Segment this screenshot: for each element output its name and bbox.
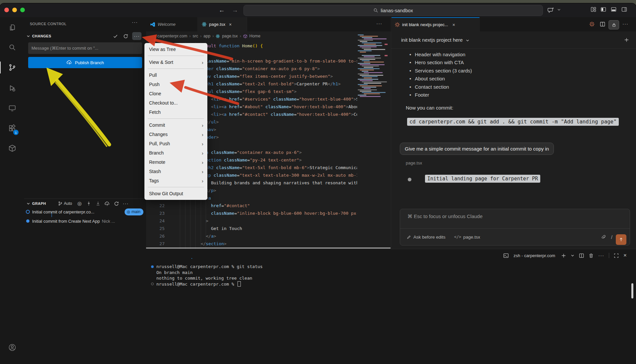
settings-gear-button[interactable]: 1 [0,360,24,364]
menu-item[interactable] [148,56,204,56]
breadcrumb-item[interactable]: carpenterpr.com [157,34,187,38]
maximize-panel-icon[interactable] [614,253,619,258]
publish-branch-button[interactable]: Publish Branch [28,57,142,68]
target-icon[interactable]: ◎ [77,201,81,206]
sidebar-item-source-control[interactable] [0,60,24,75]
sidebar-item-explorer[interactable] [0,20,24,35]
breadcrumb[interactable]: carpenterpr.com› src› app› page.tsx› Hom… [157,31,260,41]
panel-tab[interactable] [156,252,156,259]
account-button[interactable] [0,340,24,355]
tab-page-tsx[interactable]: page.tsx × [198,17,247,31]
context-file-chip[interactable]: page.tsx [463,235,480,240]
menu-item[interactable]: Commit › [144,120,207,130]
slash-command-icon[interactable]: / [611,234,612,240]
panel-more-actions-icon[interactable]: ··· [598,254,604,257]
forward-icon[interactable]: → [232,6,238,15]
breadcrumb-item[interactable]: app [203,34,210,38]
claude-prompt-input[interactable] [407,213,613,219]
chevron-down-icon[interactable] [557,8,561,12]
menu-item[interactable]: Push › [144,80,207,89]
toggle-primary-sidebar-icon[interactable] [601,7,606,12]
menu-item[interactable]: Stash › [144,167,207,176]
tab-claude-session[interactable]: init blank nextjs projec... × [392,17,480,31]
close-panel-icon[interactable]: × [623,252,627,259]
chevron-down-icon[interactable] [466,39,469,42]
new-terminal-plus-icon[interactable] [561,253,566,258]
split-editor-icon[interactable] [600,22,605,27]
menu-item[interactable]: View as Tree › [144,45,207,54]
terminal-scrollbar[interactable] [631,283,633,298]
branch-icon[interactable] [58,201,63,206]
session-title[interactable]: init blank nextjs project here [401,37,463,43]
traffic-light-minimize[interactable] [12,8,17,12]
send-button[interactable] [616,234,626,245]
claude-more-actions-icon[interactable]: ··· [622,22,628,25]
panel-tab[interactable] [191,252,192,259]
tab-welcome[interactable]: Welcome [146,17,198,31]
editor-horizontal-scrollbar[interactable] [146,248,391,249]
sidebar-item-remote-explorer[interactable] [0,100,24,116]
context-file-label[interactable]: page.tsx [406,160,422,165]
menu-item[interactable]: Checkout to... › [144,98,207,108]
breadcrumb-item[interactable]: page.tsx [222,34,238,38]
terminal-dropdown-chevron-icon[interactable] [571,254,574,257]
pull-icon[interactable] [86,201,91,206]
panel-tab[interactable] [203,252,204,259]
address-bar[interactable]: lianas-sandbox [243,5,543,16]
kill-terminal-trash-icon[interactable] [589,253,594,258]
traffic-light-zoom[interactable] [20,8,25,12]
minimap[interactable] [358,34,388,101]
menu-item[interactable]: Remote › [144,158,207,167]
new-session-plus-icon[interactable] [624,37,629,42]
menu-item[interactable] [148,118,204,119]
commit-message-input[interactable] [28,42,142,54]
breadcrumb-item[interactable]: Home [249,34,260,38]
sidebar-more-actions-icon[interactable]: ··· [132,21,138,24]
sidebar-item-extensions[interactable]: 1 [0,120,24,136]
sidebar-item-run-debug[interactable] [0,80,24,96]
menu-item[interactable] [148,68,204,69]
traffic-light-close[interactable] [4,8,9,12]
menu-item[interactable]: Tags › [144,176,207,185]
toggle-panel-icon[interactable] [611,7,616,12]
menu-item[interactable]: View & Sort › [144,58,207,67]
paperclip-icon[interactable] [601,235,606,240]
claude-icon[interactable] [589,22,595,27]
refresh-icon[interactable] [123,34,128,39]
panel-tab[interactable] [168,252,168,259]
terminal-title[interactable]: zsh - carpenterpr.com [513,253,555,258]
menu-item[interactable]: Pull, Push › [144,139,207,148]
breadcrumb-item[interactable]: src [193,34,198,38]
sidebar-item-containers[interactable] [0,140,24,156]
commit-command-code[interactable]: cd carpenterpr.com && git add . && git c… [407,118,619,126]
menu-item[interactable] [148,187,204,187]
commit-row[interactable]: Initial commit from Create Next App Nick… [24,216,146,226]
graph-refresh-icon[interactable] [114,201,119,206]
graph-section-header[interactable]: GRAPH Auto ◎ ··· [24,199,146,208]
ask-before-edits-toggle[interactable]: Ask before edits [413,235,446,240]
sidebar-item-search[interactable] [0,39,24,55]
commit-check-icon[interactable] [113,34,118,39]
lock-editor-group-button[interactable] [609,20,619,29]
suggestion-code[interactable]: Initial landing page for Carpenter PR [425,175,540,183]
close-icon[interactable]: × [452,22,455,27]
menu-item[interactable]: Clone › [144,89,207,98]
menu-item[interactable]: Changes › [144,130,207,139]
graph-more-actions-icon[interactable]: ··· [123,202,129,205]
terminal-output[interactable]: nrussell@Mac carpenterpr.com % git statu… [150,264,263,287]
split-terminal-icon[interactable] [579,253,584,258]
menu-item[interactable]: Pull › [144,70,207,80]
menu-item[interactable]: Branch › [144,148,207,158]
commit-row[interactable]: Initial commit of carpenterpr.co... ◎mai… [24,207,146,216]
layout-grid-icon[interactable] [591,7,596,12]
back-icon[interactable]: ← [219,6,225,15]
panel-tab[interactable] [180,252,180,259]
changes-more-actions-icon[interactable]: ··· [132,32,141,40]
chat-sparkle-icon[interactable] [547,7,555,14]
graph-auto-label[interactable]: Auto [64,201,72,206]
close-icon[interactable]: × [229,22,232,27]
menu-item[interactable]: Show Git Output › [144,189,207,198]
toggle-secondary-sidebar-icon[interactable] [621,7,627,12]
claude-input-box[interactable]: Ask before edits </> page.tsx / [400,209,630,246]
push-cloud-icon[interactable] [104,201,110,206]
